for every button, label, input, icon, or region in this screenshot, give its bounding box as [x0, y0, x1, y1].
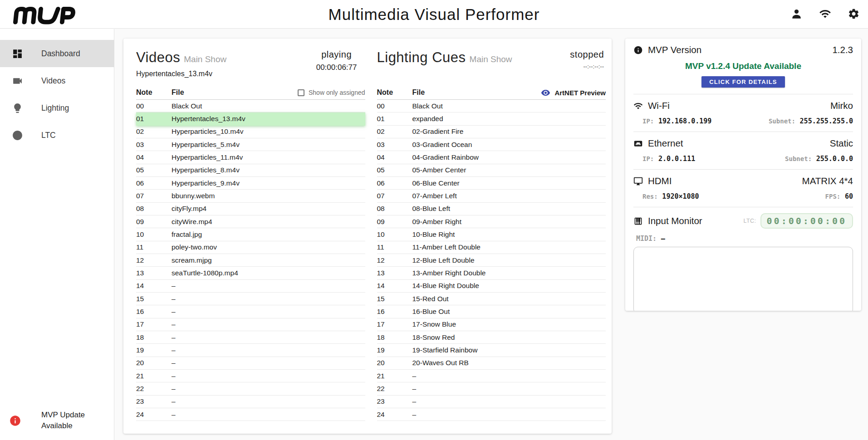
- artnet-preview-label: ArtNET Preview: [554, 89, 606, 97]
- lighting-subtitle: Main Show: [470, 54, 512, 64]
- table-row[interactable]: 18 18-Snow Red: [377, 331, 606, 344]
- table-row[interactable]: 15 –: [136, 293, 365, 305]
- table-row[interactable]: 15 15-Red Out: [377, 293, 606, 305]
- table-row[interactable]: 06 06-Blue Center: [377, 177, 606, 190]
- table-row[interactable]: 09 09-Amber Right: [377, 215, 606, 228]
- sidebar-item-videos[interactable]: Videos: [0, 67, 114, 94]
- ethernet-mode: Static: [830, 138, 853, 149]
- table-row[interactable]: 21 –: [377, 370, 606, 382]
- note-cell: 06: [377, 179, 412, 187]
- table-row[interactable]: 05 Hyperparticles_8.m4v: [136, 164, 365, 177]
- show-only-assigned-control[interactable]: Show only assigned: [298, 89, 365, 96]
- table-row[interactable]: 12 12-Blue Left Double: [377, 254, 606, 267]
- ethernet-title: Ethernet: [648, 138, 683, 149]
- note-cell: 16: [136, 308, 172, 316]
- table-row[interactable]: 03 03-Gradient Ocean: [377, 138, 606, 151]
- file-cell: Hyperparticles_10.m4v: [172, 127, 365, 136]
- table-row[interactable]: 17 17-Snow Blue: [377, 318, 606, 331]
- table-row[interactable]: 19 19-Starfield Rainbow: [377, 344, 606, 357]
- ip-value: 192.168.0.199: [658, 117, 711, 125]
- subnet-value: 255.0.0.0: [816, 155, 853, 163]
- file-cell: 11-Amber Left Double: [412, 243, 606, 251]
- table-row[interactable]: 12 scream.mjpg: [136, 254, 365, 267]
- table-row[interactable]: 23 –: [377, 396, 606, 408]
- table-row[interactable]: 04 Hyperparticles_11.m4v: [136, 151, 365, 164]
- page-header: Multimedia Visual Performer: [0, 0, 868, 29]
- note-cell: 13: [377, 269, 412, 277]
- table-row[interactable]: 14 14-Blue Right Double: [377, 280, 606, 293]
- table-row[interactable]: 06 Hyperparticles_9.m4v: [136, 177, 365, 190]
- table-row[interactable]: 01 expanded: [377, 112, 606, 125]
- res-value: 1920×1080: [662, 192, 699, 200]
- file-cell: Hyperparticles_8.m4v: [172, 166, 365, 174]
- table-row[interactable]: 01 Hypertentacles_13.m4v: [136, 112, 365, 125]
- table-row[interactable]: 04 04-Gradient Rainbow: [377, 151, 606, 164]
- sidebar-item-ltc[interactable]: LTC: [0, 122, 114, 149]
- file-cell: Hyperparticles_9.m4v: [172, 179, 365, 187]
- wifi-icon[interactable]: [819, 8, 831, 20]
- current-video-file: Hypertentacles_13.m4v: [136, 70, 226, 78]
- note-cell: 05: [136, 166, 172, 174]
- update-notice-label: MVP Update Available: [41, 410, 91, 432]
- table-row[interactable]: 07 bbunny.webm: [136, 190, 365, 202]
- table-row[interactable]: 10 fractal.jpg: [136, 228, 365, 241]
- table-row[interactable]: 02 02-Gradient Fire: [377, 126, 606, 138]
- table-row[interactable]: 24 –: [136, 408, 365, 421]
- table-row[interactable]: 21 –: [136, 370, 365, 382]
- file-cell: seaTurtle-1080p.mp4: [172, 269, 365, 277]
- table-row[interactable]: 10 10-Blue Right: [377, 228, 606, 241]
- table-row[interactable]: 17 –: [136, 318, 365, 331]
- table-row[interactable]: 09 cityWire.mp4: [136, 215, 365, 228]
- table-row[interactable]: 03 Hyperparticles_5.m4v: [136, 138, 365, 151]
- sidebar-item-label: LTC: [41, 131, 56, 140]
- table-row[interactable]: 02 Hyperparticles_10.m4v: [136, 126, 365, 138]
- note-cell: 16: [377, 308, 412, 316]
- table-row[interactable]: 16 16-Blue Out: [377, 305, 606, 318]
- lighting-title: Lighting Cues: [377, 49, 466, 65]
- file-cell: 09-Amber Right: [412, 218, 606, 226]
- click-for-details-button[interactable]: CLICK FOR DETAILS: [701, 76, 785, 88]
- table-row[interactable]: 07 07-Amber Left: [377, 190, 606, 202]
- note-cell: 24: [377, 411, 412, 419]
- file-cell: 07-Amber Left: [412, 192, 606, 200]
- table-row[interactable]: 22 –: [377, 382, 606, 395]
- midi-value: —: [661, 235, 665, 243]
- checkbox-icon[interactable]: [298, 89, 304, 96]
- settings-gear-icon[interactable]: [848, 8, 860, 20]
- videos-panel: VideosMain Show Hypertentacles_13.m4v pl…: [123, 39, 373, 434]
- sidebar-item-lighting[interactable]: Lighting: [0, 94, 114, 122]
- note-cell: 02: [377, 127, 412, 136]
- table-row[interactable]: 22 –: [136, 382, 365, 395]
- file-cell: 12-Blue Left Double: [412, 256, 606, 264]
- table-row[interactable]: 00 Black Out: [377, 100, 606, 112]
- subnet-value: 255.255.255.0: [800, 117, 853, 125]
- res-label: Res:: [642, 193, 658, 200]
- table-row[interactable]: 05 05-Amber Center: [377, 164, 606, 177]
- lightbulb-icon: [12, 103, 23, 114]
- table-row[interactable]: 13 seaTurtle-1080p.mp4: [136, 267, 365, 279]
- account-icon[interactable]: [790, 8, 803, 20]
- file-cell: 16-Blue Out: [412, 308, 606, 316]
- table-row[interactable]: 08 08-Blue Left: [377, 203, 606, 215]
- sidebar-item-dashboard[interactable]: Dashboard: [0, 40, 114, 67]
- note-cell: 18: [136, 333, 172, 342]
- table-row[interactable]: 18 –: [136, 331, 365, 344]
- table-row[interactable]: 08 cityFly.mp4: [136, 203, 365, 215]
- mvp-update-notice[interactable]: MVP Update Available: [0, 410, 114, 432]
- file-cell: 03-Gradient Ocean: [412, 141, 606, 149]
- file-cell: –: [172, 308, 365, 316]
- note-cell: 11: [136, 243, 172, 251]
- table-row[interactable]: 23 –: [136, 396, 365, 408]
- table-row[interactable]: 11 11-Amber Left Double: [377, 241, 606, 254]
- table-row[interactable]: 20 20-Waves Out RB: [377, 357, 606, 370]
- table-row[interactable]: 19 –: [136, 344, 365, 357]
- table-row[interactable]: 24 –: [377, 408, 606, 421]
- table-row[interactable]: 14 –: [136, 280, 365, 293]
- table-row[interactable]: 13 13-Amber Right Double: [377, 267, 606, 279]
- table-row[interactable]: 16 –: [136, 305, 365, 318]
- wifi-title: Wi-Fi: [648, 100, 670, 111]
- table-row[interactable]: 11 poley-two.mov: [136, 241, 365, 254]
- table-row[interactable]: 00 Black Out: [136, 100, 365, 112]
- artnet-preview-toggle[interactable]: ArtNET Preview: [541, 88, 606, 98]
- table-row[interactable]: 20 –: [136, 357, 365, 370]
